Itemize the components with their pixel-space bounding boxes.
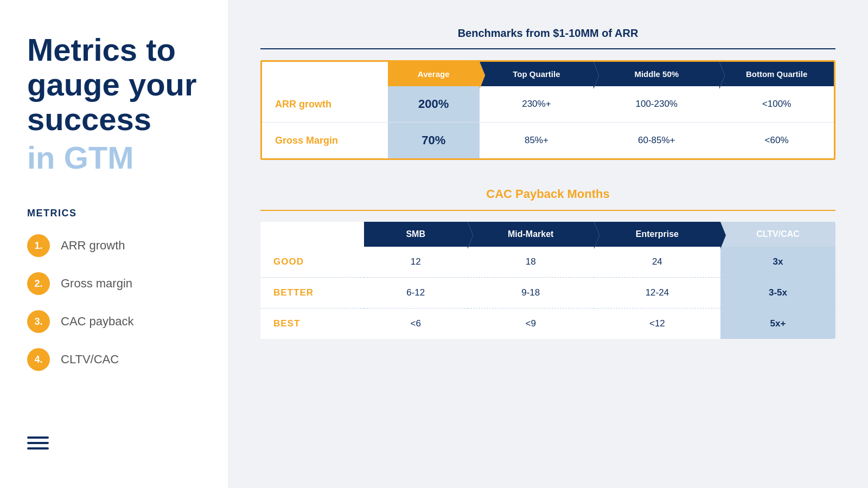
metric-text-3: CAC payback (61, 314, 134, 329)
metric-badge-4: 4. (27, 348, 50, 371)
main-title-accent: in GTM (27, 140, 201, 175)
cac-section-title: CAC Payback Months (260, 187, 835, 201)
logo-icon (27, 432, 201, 455)
main-title-line1: Metrics to gauge your success (27, 33, 201, 136)
arr-row1-avg: 200% (388, 86, 480, 123)
cac-good-ent: 24 (594, 247, 720, 278)
metric-item-4: 4. CLTV/CAC (27, 348, 201, 371)
cac-th-spacer (260, 222, 364, 247)
cac-row-better: BETTER 6-12 9-18 12-24 3-5x (260, 278, 835, 309)
cac-better-mid: 9-18 (468, 278, 594, 309)
metric-item-2: 2. Gross margin (27, 272, 201, 295)
metrics-label: METRICS (27, 208, 201, 219)
arr-row1-label: ARR growth (262, 86, 388, 123)
arr-row2-avg: 70% (388, 123, 480, 159)
cac-header-row: SMB Mid-Market Enterprise CLTV/CAC (260, 222, 835, 247)
arr-table: Average Top Quartile Middle 50% Bottom Q… (262, 62, 834, 158)
arr-th-spacer (262, 62, 388, 86)
cac-row-good: GOOD 12 18 24 3x (260, 247, 835, 278)
cac-label-good: GOOD (260, 247, 364, 278)
cac-th-smb: SMB (364, 222, 468, 247)
arr-row2-middle: 60-85%+ (593, 123, 719, 159)
metric-text-4: CLTV/CAC (61, 352, 119, 367)
cac-better-cltv: 3-5x (720, 278, 835, 309)
cac-th-enterprise: Enterprise (594, 222, 720, 247)
arr-th-middle: Middle 50% (593, 62, 719, 86)
sidebar-content: Metrics to gauge your success in GTM MET… (27, 33, 201, 386)
metric-badge-2: 2. (27, 272, 50, 295)
arr-row-2: Gross Margin 70% 85%+ 60-85%+ <60% (262, 123, 834, 159)
arr-th-bottom: Bottom Quartile (719, 62, 834, 86)
arr-row2-label: Gross Margin (262, 123, 388, 159)
metric-text-2: Gross margin (61, 277, 132, 291)
cac-th-cltv: CLTV/CAC (720, 222, 835, 247)
metric-badge-1: 1. (27, 234, 50, 257)
sidebar: Metrics to gauge your success in GTM MET… (0, 0, 228, 488)
arr-row1-top: 230%+ (480, 86, 594, 123)
cac-best-cltv: 5x+ (720, 309, 835, 339)
arr-header-row: Average Top Quartile Middle 50% Bottom Q… (262, 62, 834, 86)
arr-table-border: Average Top Quartile Middle 50% Bottom Q… (260, 60, 835, 160)
cac-row-best: BEST <6 <9 <12 5x+ (260, 309, 835, 339)
arr-section-title: Benchmarks from $1-10MM of ARR (260, 27, 835, 40)
cac-table-section: CAC Payback Months SMB Mid-Market Enterp… (260, 187, 835, 339)
cac-best-mid: <9 (468, 309, 594, 339)
arr-row1-bottom: <100% (719, 86, 834, 123)
main-title-block: Metrics to gauge your success in GTM (27, 33, 201, 175)
cac-label-better: BETTER (260, 278, 364, 309)
cac-table-wrapper: SMB Mid-Market Enterprise CLTV/CAC (260, 222, 835, 339)
arr-row1-middle: 100-230% (593, 86, 719, 123)
arr-row2-bottom: <60% (719, 123, 834, 159)
cac-better-smb: 6-12 (364, 278, 468, 309)
cac-label-best: BEST (260, 309, 364, 339)
arr-th-average: Average (388, 62, 480, 86)
arr-th-top: Top Quartile (480, 62, 594, 86)
metric-item-1: 1. ARR growth (27, 234, 201, 257)
arr-section-divider (260, 48, 835, 49)
main-content: Benchmarks from $1-10MM of ARR Average T… (228, 0, 868, 488)
cac-good-smb: 12 (364, 247, 468, 278)
metric-badge-3: 3. (27, 310, 50, 333)
cac-good-mid: 18 (468, 247, 594, 278)
metric-item-3: 3. CAC payback (27, 310, 201, 333)
arr-table-section: Benchmarks from $1-10MM of ARR Average T… (260, 27, 835, 160)
metric-text-1: ARR growth (61, 239, 125, 253)
cac-best-smb: <6 (364, 309, 468, 339)
cac-table: SMB Mid-Market Enterprise CLTV/CAC (260, 222, 835, 339)
sidebar-logo (27, 416, 201, 455)
cac-good-cltv: 3x (720, 247, 835, 278)
arr-row2-top: 85%+ (480, 123, 594, 159)
cac-th-midmarket: Mid-Market (468, 222, 594, 247)
cac-best-ent: <12 (594, 309, 720, 339)
cac-better-ent: 12-24 (594, 278, 720, 309)
arr-row-1: ARR growth 200% 230%+ 100-230% <100% (262, 86, 834, 123)
metrics-section: METRICS 1. ARR growth 2. Gross margin 3.… (27, 208, 201, 371)
cac-section-divider (260, 210, 835, 211)
